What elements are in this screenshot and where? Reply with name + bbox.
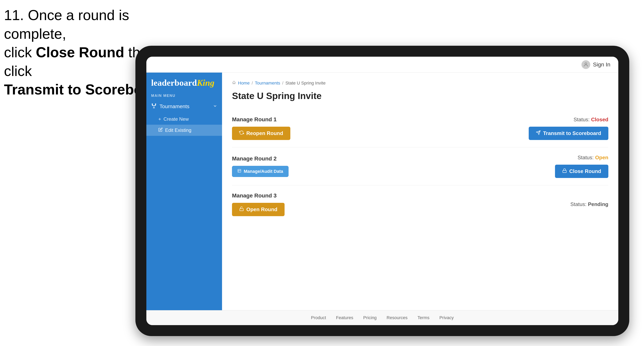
instruction-bold1: Close Round	[36, 44, 124, 60]
sidebar-tournaments-label: Tournaments	[160, 103, 190, 110]
sign-in-area[interactable]: Sign In	[582, 60, 610, 69]
breadcrumb-tournaments[interactable]: Tournaments	[255, 81, 280, 86]
sidebar-item-tournaments[interactable]: Tournaments	[146, 99, 222, 114]
round-2-status: Status: Open	[578, 155, 608, 161]
sign-in-label[interactable]: Sign In	[593, 61, 610, 68]
open-round-button[interactable]: Open Round	[232, 203, 284, 216]
reopen-round-label: Reopen Round	[246, 130, 283, 136]
transmit-scoreboard-label: Transmit to Scoreboard	[543, 130, 601, 136]
edit-existing-label: Edit Existing	[165, 128, 191, 133]
round-2-title: Manage Round 2	[232, 156, 288, 162]
svg-rect-9	[240, 209, 243, 211]
instruction-line2: click	[4, 44, 36, 60]
round-1-section: Manage Round 1 Reopen Round	[232, 109, 608, 147]
round-3-title: Manage Round 3	[232, 192, 284, 199]
user-avatar-icon	[582, 60, 590, 69]
transmit-scoreboard-button[interactable]: Transmit to Scoreboard	[529, 127, 608, 140]
footer: Product Features Pricing Resources Terms…	[146, 310, 618, 325]
main-layout: leaderboardKing MAIN MENU Tournaments	[146, 73, 618, 310]
footer-terms[interactable]: Terms	[418, 315, 430, 320]
round-2-left: Manage Round 2 Manage/Audit Data	[232, 156, 288, 177]
plus-icon: +	[158, 116, 161, 122]
logo-king: King	[197, 78, 214, 88]
open-round-label: Open Round	[246, 206, 278, 213]
sidebar: leaderboardKing MAIN MENU Tournaments	[146, 73, 222, 310]
open-icon	[239, 206, 244, 213]
manage-audit-label: Manage/Audit Data	[244, 169, 283, 174]
breadcrumb: Home / Tournaments / State U Spring Invi…	[232, 81, 608, 86]
round-3-left: Manage Round 3 Open Round	[232, 192, 284, 216]
round-3-section: Manage Round 3 Open Round	[232, 185, 608, 223]
round-1-right: Status: Closed Transmit to Scoreboard	[529, 117, 608, 140]
top-bar: Sign In	[146, 57, 618, 73]
transmit-icon	[536, 130, 541, 136]
footer-features[interactable]: Features	[336, 315, 353, 320]
create-new-label: Create New	[164, 116, 189, 122]
reopen-icon	[239, 130, 244, 136]
footer-resources[interactable]: Resources	[386, 315, 408, 320]
trophy-icon	[151, 103, 157, 110]
sidebar-edit-existing[interactable]: Edit Existing	[146, 125, 222, 136]
round-1-left: Manage Round 1 Reopen Round	[232, 116, 290, 140]
round-1-title: Manage Round 1	[232, 116, 290, 123]
manage-icon	[237, 169, 241, 174]
round-2-right: Status: Open Close Round	[555, 155, 608, 178]
round-2-section: Manage Round 2 Manage/Audit Data	[232, 147, 608, 185]
breadcrumb-current: State U Spring Invite	[285, 81, 326, 86]
round-3-right: Status: Pending	[570, 201, 608, 207]
logo: leaderboardKing	[151, 79, 217, 87]
tablet-screen: Sign In leaderboardKing MAIN MENU	[146, 57, 618, 325]
reopen-round-button[interactable]: Reopen Round	[232, 127, 290, 140]
logo-area: leaderboardKing	[146, 73, 222, 91]
round-2-status-value: Open	[595, 155, 608, 161]
round-3-status-value: Pending	[588, 201, 608, 207]
chevron-down-icon	[213, 103, 217, 110]
page-title: State U Spring Invite	[232, 90, 608, 101]
breadcrumb-sep1: /	[252, 81, 253, 86]
instruction-line1: 11. Once a round is complete,	[4, 7, 129, 42]
breadcrumb-home[interactable]: Home	[238, 81, 250, 86]
round-1-status: Status: Closed	[574, 117, 608, 123]
manage-audit-button[interactable]: Manage/Audit Data	[232, 166, 288, 177]
sidebar-create-new[interactable]: + Create New	[146, 114, 222, 125]
svg-rect-8	[563, 171, 566, 173]
close-round-button[interactable]: Close Round	[555, 165, 608, 178]
close-round-label: Close Round	[569, 168, 601, 174]
breadcrumb-sep2: /	[282, 81, 283, 86]
svg-point-2	[585, 63, 587, 64]
main-menu-label: MAIN MENU	[146, 91, 222, 99]
footer-pricing[interactable]: Pricing	[363, 315, 376, 320]
round-3-status: Status: Pending	[570, 201, 608, 207]
footer-product[interactable]: Product	[311, 315, 326, 320]
tablet-frame: Sign In leaderboardKing MAIN MENU	[136, 46, 629, 336]
close-icon	[562, 168, 567, 174]
footer-privacy[interactable]: Privacy	[439, 315, 454, 320]
logo-leaderboard: leaderboard	[151, 78, 197, 88]
round-1-status-value: Closed	[591, 117, 608, 123]
content-area: Home / Tournaments / State U Spring Invi…	[222, 73, 618, 310]
sidebar-tournaments-left: Tournaments	[151, 103, 190, 110]
edit-icon	[158, 128, 163, 133]
svg-rect-5	[238, 170, 241, 173]
breadcrumb-icon	[232, 81, 236, 86]
